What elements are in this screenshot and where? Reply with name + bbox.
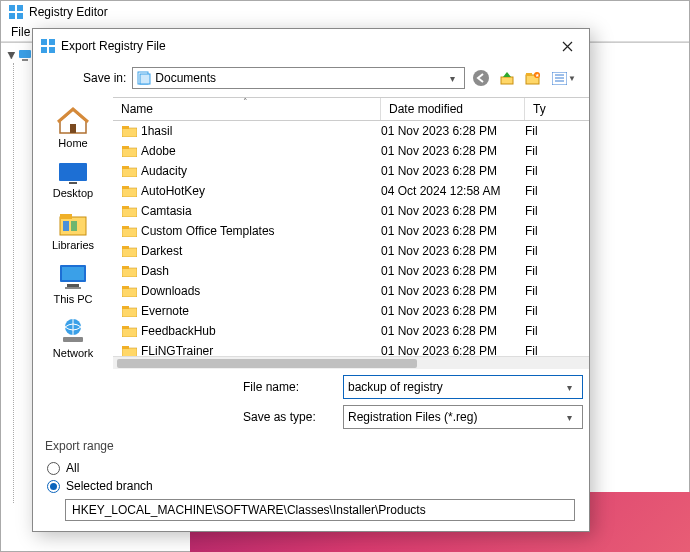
export-dialog: Export Registry File Save in: Documents …: [32, 28, 590, 532]
table-row[interactable]: Adobe01 Nov 2023 6:28 PMFil: [113, 141, 589, 161]
svg-rect-41: [122, 188, 137, 197]
file-name: Adobe: [139, 144, 381, 158]
svg-rect-5: [22, 59, 28, 61]
file-type: Fil: [525, 204, 589, 218]
svg-rect-24: [69, 182, 77, 184]
svg-rect-6: [41, 39, 47, 45]
new-folder-button[interactable]: ★: [523, 68, 543, 88]
branch-input[interactable]: HKEY_LOCAL_MACHINE\SOFTWARE\Classes\Inst…: [65, 499, 575, 521]
file-list[interactable]: 1hasil01 Nov 2023 6:28 PMFilAdobe01 Nov …: [113, 121, 589, 369]
table-row[interactable]: Dash01 Nov 2023 6:28 PMFil: [113, 261, 589, 281]
place-label: Libraries: [52, 239, 94, 251]
close-button[interactable]: [553, 35, 581, 57]
tree-caret-icon: ⯆: [7, 50, 16, 60]
close-icon: [562, 41, 573, 52]
svg-rect-0: [9, 5, 15, 11]
folder-icon: [119, 225, 139, 237]
chevron-down-icon[interactable]: ▾: [560, 382, 578, 393]
svg-rect-53: [122, 308, 137, 317]
file-type: Fil: [525, 224, 589, 238]
svg-rect-11: [140, 74, 150, 84]
folder-icon: [119, 305, 139, 317]
folder-icon: [119, 285, 139, 297]
back-button[interactable]: [471, 68, 491, 88]
svg-rect-15: [526, 73, 532, 76]
table-row[interactable]: Audacity01 Nov 2023 6:28 PMFil: [113, 161, 589, 181]
svg-rect-7: [49, 39, 55, 45]
up-icon: [499, 70, 515, 86]
saveastype-select[interactable]: ▾: [343, 405, 583, 429]
folder-icon: [119, 145, 139, 157]
table-row[interactable]: Downloads01 Nov 2023 6:28 PMFil: [113, 281, 589, 301]
computer-icon: [18, 49, 32, 61]
svg-rect-34: [63, 337, 83, 342]
file-type: Fil: [525, 164, 589, 178]
column-headers: ˄ Name Date modified Ty: [113, 97, 589, 121]
table-row[interactable]: Evernote01 Nov 2023 6:28 PMFil: [113, 301, 589, 321]
file-date: 01 Nov 2023 6:28 PM: [381, 164, 525, 178]
place-this-pc[interactable]: This PC: [33, 261, 113, 307]
sort-ascending-icon: ˄: [243, 97, 248, 107]
export-range-group: Export range All Selected branch HKEY_LO…: [33, 439, 589, 531]
table-row[interactable]: Camtasia01 Nov 2023 6:28 PMFil: [113, 201, 589, 221]
scrollbar-thumb[interactable]: [117, 359, 417, 368]
saveastype-label: Save as type:: [243, 410, 333, 424]
svg-rect-52: [122, 286, 129, 289]
filename-fields: File name: ▾ Save Save as type: ▾ Cancel: [113, 369, 589, 439]
table-row[interactable]: Custom Office Templates01 Nov 2023 6:28 …: [113, 221, 589, 241]
place-desktop[interactable]: Desktop: [33, 159, 113, 201]
svg-rect-32: [65, 287, 81, 289]
views-button[interactable]: ▼: [549, 68, 579, 88]
table-row[interactable]: Darkest01 Nov 2023 6:28 PMFil: [113, 241, 589, 261]
svg-rect-27: [63, 221, 69, 231]
place-network[interactable]: Network: [33, 315, 113, 361]
file-name: AutoHotKey: [139, 184, 381, 198]
svg-rect-1: [17, 5, 23, 11]
svg-rect-31: [67, 284, 79, 287]
svg-rect-35: [122, 128, 137, 137]
filename-label: File name:: [243, 380, 333, 394]
svg-rect-23: [59, 163, 87, 181]
table-row[interactable]: 1hasil01 Nov 2023 6:28 PMFil: [113, 121, 589, 141]
folder-icon: [119, 125, 139, 137]
file-date: 01 Nov 2023 6:28 PM: [381, 264, 525, 278]
filename-input[interactable]: [348, 380, 560, 394]
radio-icon: [47, 462, 60, 475]
column-type[interactable]: Ty: [525, 98, 589, 120]
radio-all[interactable]: All: [45, 459, 577, 477]
radio-label: All: [66, 461, 79, 475]
file-type: Fil: [525, 264, 589, 278]
svg-rect-38: [122, 146, 129, 149]
svg-rect-56: [122, 326, 129, 329]
libraries-icon: [57, 211, 89, 237]
up-one-level-button[interactable]: [497, 68, 517, 88]
place-home[interactable]: Home: [33, 105, 113, 151]
column-date[interactable]: Date modified: [381, 98, 525, 120]
chevron-down-icon: ▾: [444, 73, 460, 84]
save-in-value: Documents: [155, 71, 440, 85]
svg-rect-36: [122, 126, 129, 129]
table-row[interactable]: AutoHotKey04 Oct 2024 12:58 AMFil: [113, 181, 589, 201]
svg-rect-22: [70, 124, 76, 133]
horizontal-scrollbar[interactable]: [113, 356, 589, 369]
radio-selected-branch[interactable]: Selected branch: [45, 477, 577, 495]
svg-rect-2: [9, 13, 15, 19]
table-row[interactable]: FeedbackHub01 Nov 2023 6:28 PMFil: [113, 321, 589, 341]
saveastype-value: [348, 410, 560, 424]
svg-rect-54: [122, 306, 129, 309]
save-in-select[interactable]: Documents ▾: [132, 67, 465, 89]
place-libraries[interactable]: Libraries: [33, 209, 113, 253]
file-date: 01 Nov 2023 6:28 PM: [381, 284, 525, 298]
views-icon: [552, 72, 567, 85]
save-in-bar: Save in: Documents ▾ ★: [33, 63, 589, 97]
branch-value: HKEY_LOCAL_MACHINE\SOFTWARE\Classes\Inst…: [72, 503, 426, 517]
place-label: This PC: [53, 293, 92, 305]
chevron-down-icon[interactable]: ▾: [560, 412, 578, 423]
svg-rect-37: [122, 148, 137, 157]
folder-icon: [119, 165, 139, 177]
filename-input-wrap[interactable]: ▾: [343, 375, 583, 399]
dialog-title: Export Registry File: [61, 39, 547, 53]
svg-rect-46: [122, 226, 129, 229]
file-date: 01 Nov 2023 6:28 PM: [381, 144, 525, 158]
file-name: FeedbackHub: [139, 324, 381, 338]
